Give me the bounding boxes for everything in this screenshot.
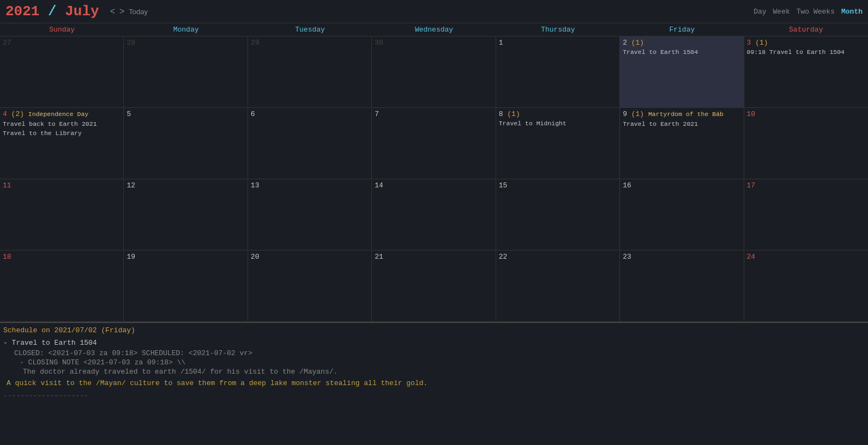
separator: / xyxy=(39,3,65,20)
day-21-jul[interactable]: 21 xyxy=(372,251,496,321)
day-3-jul[interactable]: 3 (1) 09:18 Travel to Earth 1504 xyxy=(744,36,868,107)
calendar-title: 2021 / July xyxy=(5,3,99,20)
year-label: 2021 xyxy=(5,3,39,20)
day-headers: Sunday Monday Tuesday Wednesday Thursday… xyxy=(0,23,868,36)
header-thursday: Thursday xyxy=(496,23,620,36)
week-row-3: 11 12 13 14 15 16 17 xyxy=(0,179,868,251)
schedule-section: Schedule on 2021/07/02 (Friday) - Travel… xyxy=(0,322,868,400)
event-travel-earth-1504-fri[interactable]: Travel to Earth 1504 xyxy=(623,48,740,57)
day-28-jun[interactable]: 28 xyxy=(124,36,248,107)
day-13-jul[interactable]: 13 xyxy=(248,179,372,250)
header-monday: Monday xyxy=(124,23,248,36)
day-1-jul[interactable]: 1 xyxy=(496,36,620,107)
day-4-jul[interactable]: 4 (2) Independence Day Travel back to Ea… xyxy=(0,108,124,179)
day-14-jul[interactable]: 14 xyxy=(372,179,496,250)
header-wednesday: Wednesday xyxy=(372,23,496,36)
schedule-header: Schedule on 2021/07/02 (Friday) xyxy=(3,326,865,334)
day-view-button[interactable]: Day xyxy=(754,8,766,16)
day-18-jul[interactable]: 18 xyxy=(0,251,124,321)
day-17-jul[interactable]: 17 xyxy=(744,179,868,250)
weeks-container: 27 28 29 30 1 2 (1) Travel to Earth 1504… xyxy=(0,36,868,322)
day-num: 9 (1) Martyrdom of the Báb xyxy=(623,110,740,119)
day-7-jul[interactable]: 7 xyxy=(372,108,496,179)
day-8-jul[interactable]: 8 (1) Travel to Midnight xyxy=(496,108,620,179)
day-num: 11 xyxy=(3,181,120,190)
day-num: 24 xyxy=(747,253,865,261)
schedule-divider: -------------------- xyxy=(3,392,865,400)
schedule-closed: CLOSED: <2021-07-03 za 09:18> SCHEDULED:… xyxy=(14,349,865,357)
day-num: 10 xyxy=(747,110,865,118)
day-num: 4 (2) Independence Day xyxy=(3,110,120,119)
header-tuesday: Tuesday xyxy=(248,23,372,36)
day-num: 23 xyxy=(623,253,740,261)
day-num: 21 xyxy=(375,253,492,261)
schedule-day: (Friday) xyxy=(101,326,135,334)
day-11-jul[interactable]: 11 xyxy=(0,179,124,250)
event-travel-earth-1504-sat[interactable]: 09:18 Travel to Earth 1504 xyxy=(747,48,865,57)
day-19-jul[interactable]: 19 xyxy=(124,251,248,321)
day-num: 14 xyxy=(375,181,492,190)
month-view-button[interactable]: Month xyxy=(841,8,863,16)
day-num: 1 xyxy=(499,39,617,47)
day-16-jul[interactable]: 16 xyxy=(620,179,744,250)
day-12-jul[interactable]: 12 xyxy=(124,179,248,250)
two-weeks-view-button[interactable]: Two Weeks xyxy=(797,8,835,16)
day-num: 6 xyxy=(251,110,369,118)
day-num: 5 xyxy=(126,110,244,118)
event-travel-earth-2021[interactable]: Travel to Earth 2021 xyxy=(623,120,740,129)
day-num: 30 xyxy=(375,39,492,47)
day-num: 19 xyxy=(126,253,244,261)
event-travel-library[interactable]: Travel to the Library xyxy=(3,129,120,138)
week-row-1: 27 28 29 30 1 2 (1) Travel to Earth 1504… xyxy=(0,36,868,108)
day-23-jul[interactable]: 23 xyxy=(620,251,744,321)
day-num: 18 xyxy=(3,253,120,261)
day-num: 22 xyxy=(499,253,617,261)
day-15-jul[interactable]: 15 xyxy=(496,179,620,250)
day-27-jun[interactable]: 27 xyxy=(0,36,124,107)
today-button[interactable]: Today xyxy=(129,8,148,16)
day-9-jul[interactable]: 9 (1) Martyrdom of the Báb Travel to Ear… xyxy=(620,108,744,179)
day-num: 20 xyxy=(251,253,369,261)
week-row-4: 18 19 20 21 22 23 24 xyxy=(0,251,868,322)
next-button[interactable]: > xyxy=(117,7,126,16)
view-buttons: Day Week Two Weeks Month xyxy=(754,8,863,16)
day-num: 27 xyxy=(3,39,120,47)
day-20-jul[interactable]: 20 xyxy=(248,251,372,321)
day-num: 13 xyxy=(251,181,369,190)
prev-button[interactable]: < xyxy=(108,7,117,16)
day-num: 15 xyxy=(499,181,617,190)
day-2-jul[interactable]: 2 (1) Travel to Earth 1504 xyxy=(620,36,744,107)
header-friday: Friday xyxy=(620,23,744,36)
day-num: 16 xyxy=(623,181,740,190)
day-5-jul[interactable]: 5 xyxy=(124,108,248,179)
schedule-closing-note-label: - CLOSING NOTE <2021-07-03 za 09:18> \\ xyxy=(20,358,865,367)
week-row-2: 4 (2) Independence Day Travel back to Ea… xyxy=(0,108,868,179)
day-num: 2 (1) xyxy=(623,39,740,47)
header: 2021 / July < > Today Day Week Two Weeks… xyxy=(0,0,868,23)
day-6-jul[interactable]: 6 xyxy=(248,108,372,179)
day-29-jun[interactable]: 29 xyxy=(248,36,372,107)
schedule-closing-note-line: The doctor already traveled to earth /15… xyxy=(23,368,865,376)
day-num: 12 xyxy=(126,181,244,190)
schedule-date: Schedule on 2021/07/02 xyxy=(3,326,101,334)
day-22-jul[interactable]: 22 xyxy=(496,251,620,321)
day-num: 3 (1) xyxy=(747,39,865,47)
schedule-description: A quick visit to the /Mayan/ culture to … xyxy=(7,379,865,387)
day-num: 8 (1) xyxy=(499,110,617,118)
day-30-jun[interactable]: 30 xyxy=(372,36,496,107)
day-num: 7 xyxy=(375,110,492,118)
schedule-item-title: - Travel to Earth 1504 xyxy=(3,339,865,347)
day-num: 17 xyxy=(747,181,865,190)
calendar: Sunday Monday Tuesday Wednesday Thursday… xyxy=(0,23,868,322)
day-24-jul[interactable]: 24 xyxy=(744,251,868,321)
day-num: 28 xyxy=(126,39,244,47)
week-view-button[interactable]: Week xyxy=(773,8,790,16)
day-10-jul[interactable]: 10 xyxy=(744,108,868,179)
header-sunday: Sunday xyxy=(0,23,124,36)
header-saturday: Saturday xyxy=(744,23,868,36)
day-num: 29 xyxy=(251,39,369,47)
event-travel-back-earth[interactable]: Travel back to Earth 2021 xyxy=(3,120,120,129)
month-label: July xyxy=(65,3,99,20)
event-travel-midnight[interactable]: Travel to Midnight xyxy=(499,119,617,128)
